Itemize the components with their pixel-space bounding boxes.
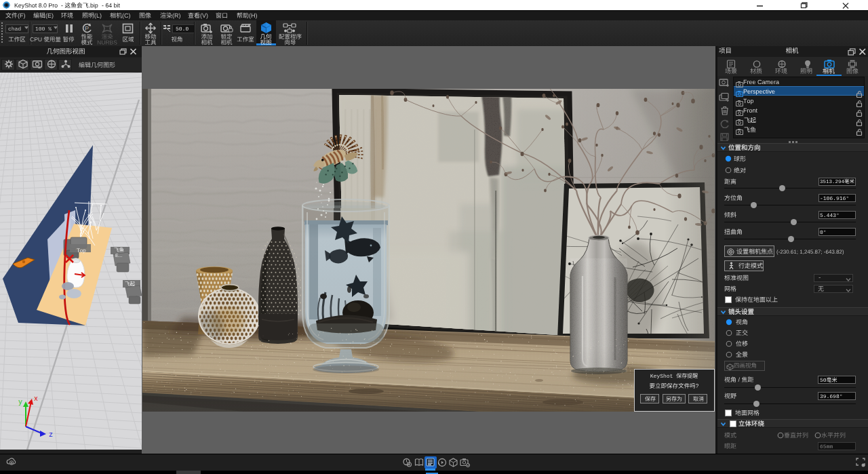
svg-text:y: y <box>18 399 22 406</box>
svg-text:x: x <box>34 395 38 403</box>
svg-text:z: z <box>49 431 53 439</box>
svg-text:P: P <box>85 25 89 32</box>
